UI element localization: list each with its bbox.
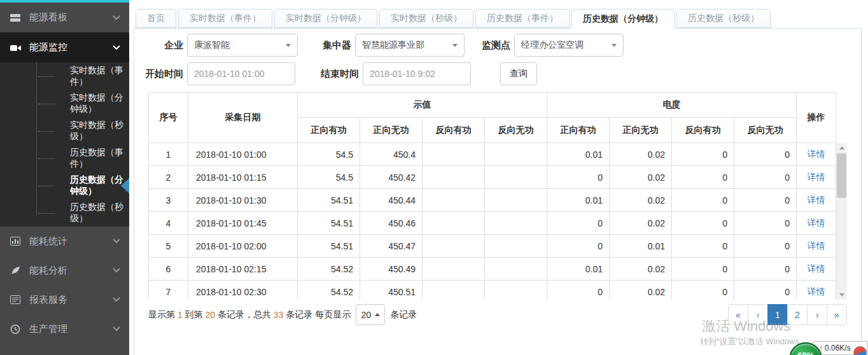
sidebar-item-energy-dashboard[interactable]: 能源看板 xyxy=(0,3,129,32)
concentrator-select[interactable]: 智慧能源事业部 xyxy=(355,34,465,57)
col-header-fwd-reactive: 正向无功 xyxy=(360,118,423,143)
col-header-date: 采集日期 xyxy=(188,93,298,143)
table-cell: 2018-01-10 01:15 xyxy=(188,166,298,189)
table-cell xyxy=(423,212,485,235)
chevron-down-icon xyxy=(113,45,120,50)
tab-realtime-second[interactable]: 实时数据（秒级） xyxy=(379,9,473,28)
caret-down-icon xyxy=(286,44,291,47)
detail-link[interactable]: 详情 xyxy=(808,172,825,182)
sidebar-item-label: 报表服务 xyxy=(29,294,67,306)
sidebar-item-label: 能耗分析 xyxy=(29,265,67,277)
sidebar-item-energy-statistics[interactable]: 能耗统计 xyxy=(0,226,129,256)
record-total: 33 xyxy=(274,310,284,320)
sidebar-item-history-minute[interactable]: 历史数据（分钟级） xyxy=(0,172,129,199)
sidebar-submenu: 实时数据（事件） 实时数据（分钟级） 实时数据（秒级） 历史数据（事件） 历史数… xyxy=(0,62,129,226)
start-time-input[interactable] xyxy=(187,62,295,85)
caret-up-icon xyxy=(375,313,380,316)
chevron-down-icon xyxy=(113,326,120,331)
table-cell: 0 xyxy=(734,143,797,166)
sidebar-item-realtime-event[interactable]: 实时数据（事件） xyxy=(0,62,129,90)
sidebar-item-report-service[interactable]: 报表服务 xyxy=(0,285,129,314)
detail-link[interactable]: 详情 xyxy=(808,195,825,205)
action-cell: 详情 xyxy=(797,166,836,189)
table-cell: 2018-01-10 01:30 xyxy=(188,189,298,212)
table-cell: 5 xyxy=(149,235,188,258)
table-row: 52018-01-10 02:0054.51450.4700.0100详情 xyxy=(149,235,836,258)
table-cell: 0 xyxy=(672,281,734,300)
table-cell: 0 xyxy=(672,212,734,235)
caret-down-icon xyxy=(612,44,617,47)
scroll-down-arrow-icon[interactable] xyxy=(836,290,847,300)
query-button[interactable]: 查询 xyxy=(500,62,537,85)
tab-history-minute[interactable]: 历史数据（分钟级） xyxy=(571,9,675,29)
table-row: 22018-01-10 01:1554.5450.4200.0200详情 xyxy=(149,166,836,189)
table-cell: 0 xyxy=(672,235,734,258)
chevron-down-icon xyxy=(113,297,120,302)
end-time-input[interactable] xyxy=(363,62,471,85)
dashboard-icon xyxy=(10,13,23,23)
sidebar-item-production-management[interactable]: 生产管理 xyxy=(0,314,129,344)
sidebar-item-realtime-second[interactable]: 实时数据（秒级） xyxy=(0,117,129,144)
action-cell: 详情 xyxy=(797,235,836,258)
table-cell: 2018-01-10 01:00 xyxy=(188,143,298,166)
last-page-button[interactable]: » xyxy=(827,304,847,325)
table-cell: 0 xyxy=(547,235,610,258)
chevron-down-icon xyxy=(113,239,120,244)
table-cell xyxy=(423,189,485,212)
table-cell: 0 xyxy=(734,166,797,189)
table-cell: 0.01 xyxy=(547,143,610,166)
table-cell xyxy=(485,143,547,166)
table-cell: 4 xyxy=(149,212,188,235)
table-cell: 0 xyxy=(734,281,797,300)
table-cell xyxy=(423,235,485,258)
next-page-button[interactable]: › xyxy=(807,304,827,325)
pagination-summary: 显示第 1 到第 20 条记录，总共 33 条记录 每页显示 20 条记录 xyxy=(148,304,417,325)
sidebar-item-history-second[interactable]: 历史数据（秒级） xyxy=(0,199,129,226)
table-cell: 0 xyxy=(734,235,797,258)
scroll-up-arrow-icon[interactable] xyxy=(836,143,847,153)
chevron-down-icon xyxy=(113,15,120,20)
table-scrollbar[interactable] xyxy=(836,143,847,300)
table-cell: 3 xyxy=(149,189,188,212)
clock-icon xyxy=(10,324,23,334)
table-cell: 2018-01-10 02:15 xyxy=(188,258,298,281)
tab-history-event[interactable]: 历史数据（事件） xyxy=(475,9,570,28)
table-cell: 1 xyxy=(149,143,188,166)
detail-link[interactable]: 详情 xyxy=(808,286,825,296)
table-cell: 0 xyxy=(734,212,797,235)
sidebar-item-realtime-minute[interactable]: 实时数据（分钟级） xyxy=(0,90,129,117)
table-cell: 0.02 xyxy=(610,212,672,235)
detail-link[interactable]: 详情 xyxy=(808,149,825,159)
detail-link[interactable]: 详情 xyxy=(808,263,825,274)
tab-home[interactable]: 首页 xyxy=(136,9,176,28)
record-start: 1 xyxy=(178,310,183,320)
sidebar-item-history-event[interactable]: 历史数据（事件） xyxy=(0,144,129,172)
data-table: 序号 采集日期 示值 电度 操作 正向有功 正向无功 反向有功 反向无功 正向有… xyxy=(148,92,836,300)
speed-ball-icon[interactable] xyxy=(853,346,867,355)
action-cell: 详情 xyxy=(797,258,836,281)
table-row: 72018-01-10 02:3054.52450.5100.0200详情 xyxy=(149,281,836,300)
table-cell xyxy=(485,281,547,300)
sidebar-item-energy-monitoring[interactable]: 能源监控 xyxy=(0,32,129,62)
tab-realtime-event[interactable]: 实时数据（事件） xyxy=(178,9,272,28)
table-cell: 450.49 xyxy=(360,258,423,281)
table-cell: 0 xyxy=(672,143,734,166)
tab-history-second[interactable]: 历史数据（秒级） xyxy=(676,9,771,28)
sidebar-item-energy-analysis[interactable]: 能耗分析 xyxy=(0,256,129,285)
col-header-rev-reactive: 反向无功 xyxy=(485,118,547,143)
enterprise-select[interactable]: 康派智能 xyxy=(187,34,298,57)
detail-link[interactable]: 详情 xyxy=(808,218,825,228)
detail-link[interactable]: 详情 xyxy=(808,240,825,251)
col-header-action: 操作 xyxy=(797,93,836,143)
enterprise-label: 企业 xyxy=(143,39,183,52)
monitor-point-select[interactable]: 经理办公室空调 xyxy=(514,34,624,57)
table-cell: 450.46 xyxy=(360,212,423,235)
page-size-select[interactable]: 20 xyxy=(356,304,385,325)
col-group-reading: 示值 xyxy=(298,93,547,118)
col-header-rev-active: 反向有功 xyxy=(672,118,734,143)
table-cell: 6 xyxy=(149,258,188,281)
windows-activation-watermark: 激活 Windows xyxy=(702,317,790,336)
scrollbar-thumb[interactable] xyxy=(837,153,846,198)
sidebar-item-label: 生产管理 xyxy=(29,323,67,335)
tab-realtime-minute[interactable]: 实时数据（分钟级） xyxy=(274,9,377,28)
